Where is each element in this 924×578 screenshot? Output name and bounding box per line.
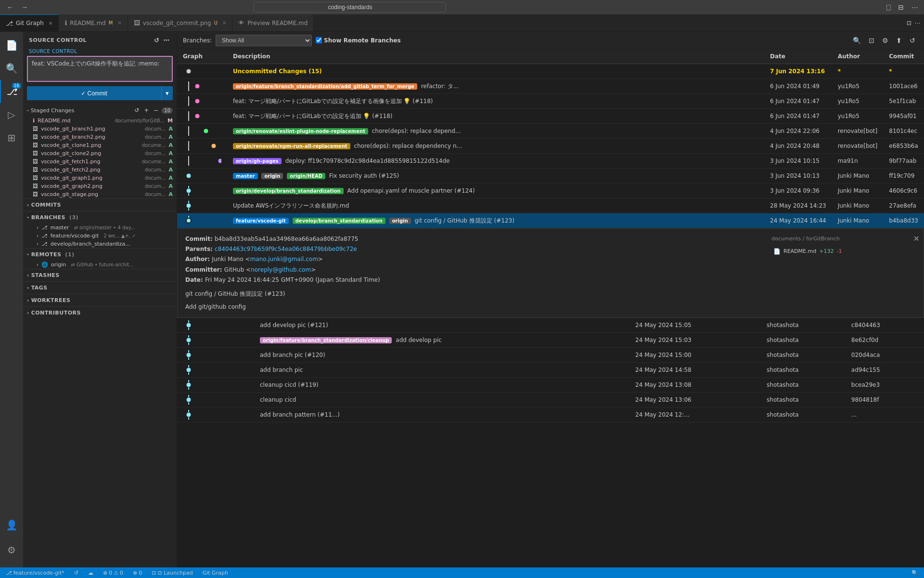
table-row[interactable]: add branch pic 24 May 2024 14:58 shotash… bbox=[177, 363, 924, 378]
committer-email-link[interactable]: noreply@github.com bbox=[251, 266, 311, 273]
nav-buttons[interactable]: ← → bbox=[4, 2, 31, 12]
activity-search[interactable]: 🔍 bbox=[0, 57, 23, 80]
launchpad-status[interactable]: ⊡ ⊡ Launchpad bbox=[150, 570, 194, 576]
staged-file-graph1[interactable]: 🖼 vscode_git_graph1.png docum... A bbox=[23, 174, 177, 182]
activity-extensions[interactable]: ⊞ bbox=[0, 126, 23, 149]
more-actions-icon[interactable]: ⋯ bbox=[914, 20, 920, 26]
more-icon[interactable]: ⋯ bbox=[910, 2, 920, 12]
close-readme-tab[interactable]: ✕ bbox=[117, 20, 121, 26]
table-row[interactable]: origin/feature/branch_standardization/cl… bbox=[177, 333, 924, 348]
show-remote-checkbox[interactable] bbox=[316, 37, 322, 43]
commit-button[interactable]: ✓ Commit bbox=[27, 86, 161, 100]
staged-file-stage[interactable]: 🖼 vscode_git_stage.png docum... A bbox=[23, 190, 177, 198]
window-controls[interactable]: ⎕ ⊟ ⋯ bbox=[885, 2, 920, 12]
table-row[interactable]: cleanup cicd 24 May 2024 13:06 shotashot… bbox=[177, 393, 924, 407]
table-row[interactable]: master origin origin/HEAD Fix security a… bbox=[177, 169, 924, 184]
parents-link[interactable]: c8404463c97b659f9c54ea06c88479bbbe09c72e bbox=[215, 246, 357, 252]
author-email-link[interactable]: mano.junki@gmail.com bbox=[250, 256, 318, 263]
table-row[interactable]: origin/gh-pages deploy: ff19c70978c9d2c9… bbox=[177, 154, 924, 169]
staged-file-fetch1[interactable]: 🖼 vscode_git_fetch1.png docume... A bbox=[23, 158, 177, 166]
table-row[interactable]: add branch pic (#120) 24 May 2024 15:00 … bbox=[177, 348, 924, 363]
unstage-all-icon[interactable]: − bbox=[152, 106, 160, 115]
staged-file-fetch2[interactable]: 🖼 vscode_git_fetch2.png docum... A bbox=[23, 166, 177, 174]
close-git-graph-tab[interactable]: ✕ bbox=[49, 21, 52, 26]
git-graph-toolbar: Branches: Show All Show Remote Branches … bbox=[177, 32, 924, 49]
author-cell: shotashota bbox=[761, 393, 846, 407]
branch-master[interactable]: › ⎇ master ⇄ origin/master • 4 day... bbox=[23, 223, 177, 232]
tab-readme[interactable]: ℹ README.md M ✕ bbox=[59, 14, 128, 31]
settings-button[interactable]: ⚙ bbox=[879, 35, 891, 46]
table-row[interactable]: feat: マージ戦略/パートにGitLabでの設定を補足する画像を追加 💡 (… bbox=[177, 94, 924, 109]
sync-status[interactable]: ↺ bbox=[72, 570, 80, 576]
table-row[interactable]: add develop pic (#121) 24 May 2024 15:05… bbox=[177, 318, 924, 333]
commits-header[interactable]: › COMMITS bbox=[23, 199, 177, 211]
commit-message-input[interactable]: feat: VSCode上でのGit操作手順を追記 :memo: bbox=[27, 56, 173, 82]
more-options-icon[interactable]: ⋯ bbox=[163, 36, 171, 45]
branches-header[interactable]: › BRANCHES (3) bbox=[23, 211, 177, 223]
show-remote-label[interactable]: Show Remote Branches bbox=[316, 37, 401, 44]
branch-develop[interactable]: › ⎇ develop/branch_standardiza... bbox=[23, 240, 177, 248]
activity-explorer[interactable]: 📄 bbox=[0, 34, 23, 57]
table-row[interactable]: feature/vscode-git develop/branch_standa… bbox=[177, 213, 924, 228]
staged-file-clone1[interactable]: 🖼 vscode_git_clone1.png docume... A bbox=[23, 141, 177, 149]
activity-settings[interactable]: ⚙ bbox=[0, 539, 23, 562]
tags-header[interactable]: › TAGS bbox=[23, 282, 177, 294]
contributors-header[interactable]: › CONTRIBUTORS bbox=[23, 307, 177, 319]
search-commits-button[interactable]: 🔍 bbox=[850, 35, 864, 46]
branch-selector[interactable]: Show All bbox=[216, 35, 312, 46]
activity-run[interactable]: ▷ bbox=[0, 103, 23, 126]
branch-status[interactable]: ⎇ feature/vscode-git* bbox=[4, 570, 66, 576]
stashes-header[interactable]: › STASHES bbox=[23, 269, 177, 281]
remotes-header[interactable]: › REMOTES (1) bbox=[23, 249, 177, 261]
worktrees-header[interactable]: › WORKTREES bbox=[23, 294, 177, 306]
commit-cell: 1001ace6 bbox=[883, 79, 924, 94]
staged-file-graph2[interactable]: 🖼 vscode_git_graph2.png docum... A bbox=[23, 182, 177, 190]
staged-file-branch2[interactable]: 🖼 vscode_git_branch2.png docum... A bbox=[23, 133, 177, 141]
staged-file-readme[interactable]: ℹ README.md documents/forGitB... M bbox=[23, 117, 177, 125]
table-row[interactable]: Update AWSインフラリソース命名規約.md 28 May 2024 14… bbox=[177, 198, 924, 213]
zoom-level[interactable]: 🔍 bbox=[910, 570, 920, 576]
git-graph-status[interactable]: Git Graph bbox=[201, 570, 230, 576]
nav-forward-button[interactable]: → bbox=[18, 2, 31, 12]
tab-preview[interactable]: 👁 Preview README.md bbox=[232, 14, 314, 31]
errors-status[interactable]: ⊗ 0 ⚠ 0 bbox=[101, 570, 125, 576]
table-row[interactable]: cleanup cicd (#119) 24 May 2024 13:08 sh… bbox=[177, 378, 924, 393]
cloud-status[interactable]: ☁ bbox=[86, 570, 95, 576]
commit-dropdown-button[interactable]: ▾ bbox=[161, 86, 173, 100]
branch-feature[interactable]: › ⎇ feature/vscode-git 2 we... ▲+, ✓ bbox=[23, 232, 177, 240]
stage-all-icon[interactable]: + bbox=[142, 106, 150, 115]
table-row[interactable]: origin/renovate/eslint-plugin-node-repla… bbox=[177, 124, 924, 139]
close-vscode-git-tab[interactable]: ✕ bbox=[222, 20, 226, 26]
table-row[interactable]: origin/feature/branch_standardization/ad… bbox=[177, 79, 924, 94]
remote-origin[interactable]: › 🌐 origin ⇄ GitHub • future-archit... bbox=[23, 261, 177, 269]
split-editor-icon[interactable]: ⊡ bbox=[907, 20, 911, 26]
refresh-button[interactable]: ↺ bbox=[907, 35, 918, 46]
diff-file-item[interactable]: 📄 README.md +132 -1 bbox=[771, 246, 916, 257]
staged-changes-header[interactable]: › Staged Changes ↺ + − 10 bbox=[23, 104, 177, 117]
branch-label: origin/renovate/npm-run-all-replacement bbox=[233, 143, 350, 149]
staged-file-clone2[interactable]: 🖼 vscode_git_clone2.png docum... A bbox=[23, 149, 177, 158]
search-bar[interactable] bbox=[254, 2, 446, 13]
activity-source-control[interactable]: ⎇ 16 bbox=[0, 80, 23, 103]
tab-git-graph[interactable]: ⎇ Git Graph ✕ bbox=[0, 14, 59, 31]
close-detail-button[interactable]: ✕ bbox=[913, 233, 920, 245]
table-row[interactable]: add branch pattern (#11...) 24 May 2024 … bbox=[177, 407, 924, 422]
activity-account[interactable]: 👤 bbox=[0, 513, 23, 537]
staged-file-branch1[interactable]: 🖼 vscode_git_branch1.png docum... A bbox=[23, 125, 177, 133]
live-share-status[interactable]: ⊗ 0 bbox=[131, 570, 144, 576]
refresh-icon[interactable]: ↺ bbox=[153, 36, 160, 45]
view-options-button[interactable]: ⊡ bbox=[866, 35, 877, 46]
search-input[interactable] bbox=[254, 2, 446, 13]
tab-vscode-git[interactable]: 🖼 vscode_git_commit.png U ✕ bbox=[128, 14, 233, 31]
table-row[interactable]: Uncommitted Changes (15) 7 Jun 2024 13:1… bbox=[177, 64, 924, 79]
table-row[interactable]: origin/renovate/npm-run-all-replacement … bbox=[177, 139, 924, 154]
author-cell: shotashota bbox=[761, 363, 846, 378]
fetch-button[interactable]: ⬆ bbox=[893, 35, 905, 46]
table-row[interactable]: feat: マージ戦略/パートにGitLabでの設定を追加 💡 (#118) 6… bbox=[177, 109, 924, 124]
layout-icon[interactable]: ⎕ bbox=[885, 2, 892, 12]
split-icon[interactable]: ⊟ bbox=[896, 2, 906, 12]
nav-back-button[interactable]: ← bbox=[4, 2, 16, 12]
table-row[interactable]: origin/develop/branch_standardization Ad… bbox=[177, 184, 924, 198]
refresh-staged-icon[interactable]: ↺ bbox=[133, 106, 141, 115]
warnings-count: 0 bbox=[120, 570, 123, 576]
